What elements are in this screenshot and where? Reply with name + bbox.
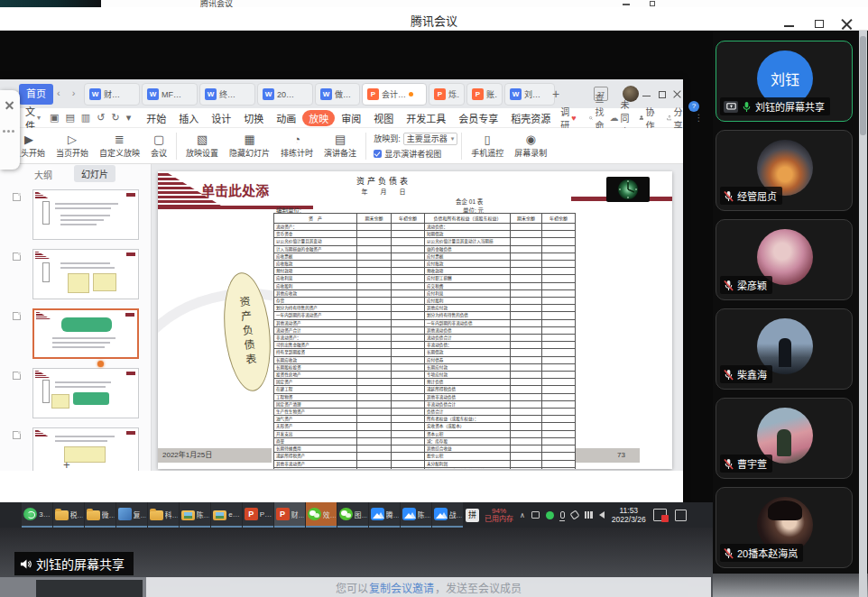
plug-icon[interactable] (531, 511, 540, 519)
taskbar-button[interactable]: 陈… (401, 502, 431, 528)
ime-indicator[interactable]: 拼 (466, 509, 479, 522)
slide-thumbnail[interactable] (32, 368, 139, 418)
slide-title[interactable]: 单击此处添 (201, 180, 269, 199)
document-tab[interactable]: P会计… (362, 83, 427, 106)
phone-tray-icon[interactable] (571, 511, 578, 519)
chevron-down-icon[interactable]: ▾ (126, 113, 132, 123)
slide-thumbnail[interactable] (32, 427, 139, 471)
menu-会员专享[interactable]: 会员专享 (452, 110, 504, 126)
slide-animation-flag-icon[interactable] (13, 312, 21, 320)
document-tab[interactable]: W20… (257, 83, 313, 106)
slide-thumbnail[interactable] (32, 308, 139, 359)
help-icon[interactable]: ? (688, 101, 699, 112)
taskbar-button[interactable]: 陈… (180, 502, 210, 528)
close-icon[interactable] (4, 99, 16, 112)
taskbar-button[interactable]: P… (243, 502, 273, 528)
undo-icon[interactable]: ↺ (97, 113, 105, 123)
ribbon-button-手机遥控[interactable]: ▯手机遥控 (466, 129, 509, 163)
more-icon[interactable] (3, 130, 17, 135)
slide-canvas[interactable]: 单击此处添 资产负债表 年 月 日 会企 01 表 编制单位: 单位: 元 资 … (158, 171, 672, 469)
ribbon-button-自定义放映[interactable]: ≣自定义放映 (94, 129, 145, 163)
hidden-icons-chevron[interactable]: ∧ (520, 511, 525, 519)
save-icon[interactable]: ▣ (50, 113, 59, 123)
slide-animation-flag-icon[interactable] (13, 431, 21, 439)
taskbar-button[interactable]: 战… (432, 502, 463, 528)
add-slide-button[interactable]: + (63, 458, 70, 471)
maximize-button[interactable] (814, 18, 826, 30)
document-tab[interactable]: W刘… (504, 83, 555, 106)
menu-切换[interactable]: 切换 (237, 110, 270, 126)
show-desktop-icon[interactable] (675, 510, 687, 521)
document-tab[interactable]: W终… (199, 83, 255, 106)
ribbon-button-隐藏幻灯片[interactable]: ▦隐藏幻灯片 (224, 129, 275, 163)
close-button[interactable] (841, 18, 853, 30)
ribbon-button-排练计时[interactable]: ◔排练计时 (275, 129, 319, 163)
ribbon-button-屏幕录制[interactable]: ◉屏幕录制 (509, 129, 552, 163)
microphone-tray-icon[interactable] (560, 511, 565, 519)
scrollbar-thumb[interactable] (860, 36, 866, 135)
document-tab[interactable]: P账… (466, 83, 503, 106)
ribbon-button-放映设置[interactable]: ▧放映设置 (180, 129, 224, 163)
volume-icon[interactable] (599, 511, 605, 519)
participant-tile[interactable]: 柴鑫海 (716, 308, 853, 390)
print-icon[interactable]: ▥ (81, 113, 90, 123)
share-button[interactable]: 分享 (667, 105, 686, 132)
menu-审阅[interactable]: 审阅 (335, 110, 367, 126)
menu-放映[interactable]: 放映 (302, 110, 335, 126)
new-tab-button[interactable]: + (552, 87, 559, 101)
menu-动画[interactable]: 动画 (270, 110, 302, 126)
redo-icon[interactable]: ↻ (111, 113, 119, 123)
taskbar-button[interactable]: 复… (116, 502, 147, 528)
ribbon-button-演讲备注[interactable]: ▤演讲备注 (319, 129, 362, 163)
taskbar-button[interactable]: 微… (85, 502, 115, 528)
document-tab[interactable]: W做… (315, 83, 360, 106)
slide-animation-flag-icon[interactable] (13, 253, 21, 261)
menu-视图[interactable]: 视图 (367, 110, 400, 126)
network-icon[interactable] (585, 511, 593, 519)
participant-tile[interactable]: 梁彦颖 (716, 219, 853, 300)
menu-开发工具[interactable]: 开发工具 (400, 110, 452, 126)
taskbar-button[interactable]: 图… (337, 502, 368, 528)
tab-outline[interactable]: 大纲 (34, 168, 52, 181)
taskbar-button[interactable]: 科… (148, 502, 179, 528)
output-icon[interactable]: ▤ (65, 113, 74, 123)
document-tab[interactable]: P烁… (429, 83, 465, 106)
wps-home-tab[interactable]: 首页 (19, 84, 53, 105)
document-tab[interactable]: W财… (84, 83, 140, 106)
menu-稻壳资源[interactable]: 稻壳资源 (504, 110, 557, 126)
taskbar-button[interactable]: 税… (53, 502, 84, 528)
participant-tile[interactable]: 经管屈贞 (716, 130, 853, 211)
participant-tile[interactable]: 20播本赵海岚 (716, 487, 853, 568)
memory-monitor[interactable]: 94% 已用内存 (485, 507, 513, 523)
slide-animation-flag-icon[interactable] (13, 193, 21, 201)
minimize-button[interactable] (783, 18, 795, 30)
ribbon-button-会议[interactable]: ▢会议 (145, 129, 172, 163)
tab-slides[interactable]: 幻灯片 (74, 165, 115, 182)
participant-tile[interactable]: 刘钰刘钰的屏幕共享 (716, 41, 853, 122)
ribbon-button-当页开始[interactable]: ▷当页开始 (51, 129, 94, 163)
taskbar-button[interactable]: 财… (274, 502, 305, 528)
collaborate-button[interactable]: 协作 (639, 105, 658, 132)
slide-thumbnail[interactable] (32, 249, 139, 299)
taskbar-button[interactable]: e… (211, 502, 242, 528)
taskbar-button[interactable]: 腾… (369, 502, 400, 528)
taskbar-button[interactable]: 3… (22, 502, 52, 528)
participant-tile[interactable]: 曹宇萱 (716, 398, 853, 479)
notification-icon[interactable] (653, 509, 667, 521)
display-select[interactable]: 主要显示器 ▾ (403, 133, 458, 145)
sidebar-scrollbar[interactable] (859, 31, 867, 597)
more-options-icon[interactable]: ⋮ (695, 113, 704, 123)
antivirus-icon[interactable] (546, 511, 554, 519)
menu-设计[interactable]: 设计 (205, 110, 237, 126)
promo-item[interactable]: 调研 ♥ (560, 105, 576, 132)
slide-thumbnail[interactable] (32, 189, 139, 240)
taskbar-clock[interactable]: 11:53 2022/3/26 (612, 506, 646, 524)
presenter-view-checkbox[interactable]: 显示演讲者视图 (374, 148, 457, 160)
copy-invite-link[interactable]: 复制会议邀请 (369, 580, 434, 595)
menu-开始[interactable]: 开始 (140, 110, 172, 126)
taskbar-button[interactable]: 效… (306, 502, 337, 528)
slide-animation-flag-icon[interactable] (13, 372, 21, 380)
tab-scroll-arrows[interactable]: ‹ › (57, 87, 79, 98)
menu-插入[interactable]: 插入 (172, 110, 205, 126)
document-tab[interactable]: WMF… (142, 83, 198, 106)
